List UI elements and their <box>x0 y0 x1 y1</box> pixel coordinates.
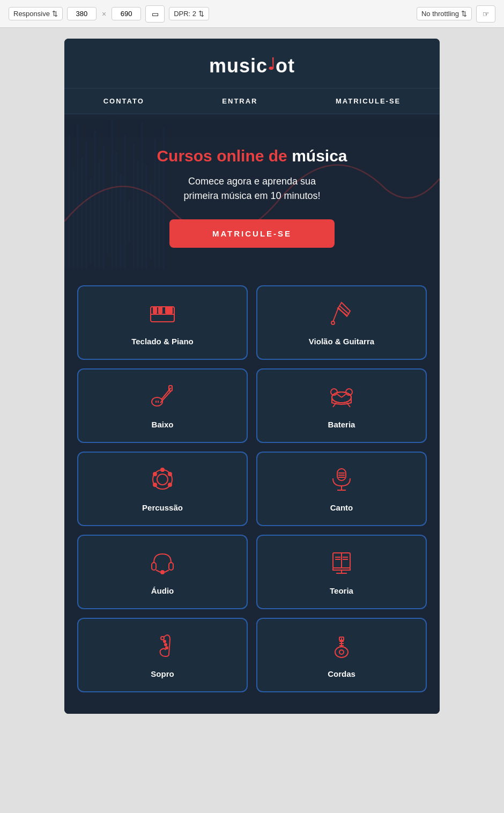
course-card-bateria[interactable]: Bateria <box>256 368 427 443</box>
course-name-baixo: Baixo <box>152 420 174 429</box>
course-card-teoria[interactable]: Teoria <box>256 535 427 609</box>
svg-rect-15 <box>129 200 130 243</box>
svg-point-54 <box>168 483 172 486</box>
courses-section: Teclado & Piano Violão & Guitarra <box>64 269 440 714</box>
course-card-canto[interactable]: Canto <box>256 452 427 526</box>
svg-point-76 <box>165 644 167 646</box>
svg-point-51 <box>161 468 164 471</box>
svg-line-36 <box>161 388 171 400</box>
course-card-cordas[interactable]: Cordas <box>256 618 427 692</box>
svg-point-75 <box>164 640 166 642</box>
course-card-percussao[interactable]: Percussão <box>77 452 248 526</box>
svg-line-31 <box>333 308 338 322</box>
dpr-dropdown[interactable]: DPR: 2 ⇅ <box>169 7 209 20</box>
svg-rect-1 <box>69 136 70 269</box>
svg-point-53 <box>153 472 157 476</box>
drums-icon <box>328 382 355 413</box>
keyboard-icon <box>149 299 176 330</box>
svg-rect-29 <box>169 307 172 313</box>
course-name-bateria: Bateria <box>328 420 355 429</box>
course-name-teoria: Teoria <box>330 586 353 595</box>
hero-title: Cursos online de música <box>86 146 418 166</box>
rotate-icon: ▭ <box>152 10 159 18</box>
courses-grid: Teclado & Piano Violão & Guitarra <box>77 285 427 692</box>
throttling-dropdown[interactable]: No throttling ⇅ <box>417 7 472 20</box>
svg-line-65 <box>156 570 160 572</box>
hero-title-white: música <box>292 147 347 165</box>
phone-frame: music♩ot CONTATO ENTRAR MATRICULE-SE <box>64 39 440 714</box>
course-name-teclado: Teclado & Piano <box>131 337 194 346</box>
site-nav: CONTATO ENTRAR MATRICULE-SE <box>64 88 440 114</box>
svg-rect-2 <box>73 168 74 269</box>
svg-rect-63 <box>169 563 173 570</box>
tambourine-icon <box>149 465 176 497</box>
touch-icon: ☞ <box>483 10 490 18</box>
nav-contato[interactable]: CONTATO <box>103 97 144 105</box>
course-card-audio[interactable]: Áudio <box>77 535 248 609</box>
responsive-label: Responsive <box>13 10 50 18</box>
course-name-sopro: Sopro <box>151 669 174 678</box>
chevron-updown-icon-throttle: ⇅ <box>461 10 467 18</box>
logo-note-icon: ♩ <box>268 55 276 73</box>
logo-music-text: music <box>209 55 268 77</box>
svg-point-55 <box>153 483 157 486</box>
svg-point-80 <box>335 647 348 657</box>
svg-line-37 <box>160 391 171 403</box>
svg-rect-62 <box>152 563 156 570</box>
chevron-updown-icon-dpr: ⇅ <box>198 10 204 18</box>
chevron-updown-icon: ⇅ <box>52 10 58 18</box>
svg-rect-4 <box>81 157 83 269</box>
hero-cta-button[interactable]: MATRICULE-SE <box>169 219 335 248</box>
height-input[interactable] <box>112 7 141 20</box>
svg-rect-12 <box>116 152 117 269</box>
hero-section: Cursos online de música Comece agora e a… <box>64 114 440 269</box>
guitar-icon <box>328 299 355 330</box>
svg-point-32 <box>331 321 335 324</box>
headphones-icon <box>149 549 176 580</box>
svg-rect-3 <box>77 125 78 269</box>
svg-rect-0 <box>64 146 65 269</box>
logo: music♩ot <box>209 55 295 77</box>
toolbar: Responsive ⇅ × ▭ DPR: 2 ⇅ No throttling … <box>0 0 504 28</box>
svg-point-50 <box>157 474 168 485</box>
hero-subtitle: Comece agora e aprenda suaprimeira músic… <box>86 174 418 203</box>
nav-entrar[interactable]: ENTRAR <box>222 97 257 105</box>
course-name-canto: Canto <box>330 503 353 512</box>
svg-rect-26 <box>153 307 157 313</box>
bass-icon <box>149 382 176 413</box>
dimension-separator: × <box>101 10 107 18</box>
svg-point-64 <box>161 571 164 574</box>
width-input[interactable] <box>67 7 97 20</box>
site-header: music♩ot <box>64 39 440 88</box>
course-card-sopro[interactable]: Sopro <box>77 618 248 692</box>
course-name-audio: Áudio <box>151 586 174 595</box>
course-name-percussao: Percussão <box>142 503 183 512</box>
rotate-button[interactable]: ▭ <box>145 5 165 23</box>
hero-title-red: Cursos online de <box>157 147 292 165</box>
ukulele-icon <box>328 632 355 663</box>
course-card-teclado[interactable]: Teclado & Piano <box>77 285 248 360</box>
svg-line-46 <box>342 394 346 397</box>
nav-matricule-se[interactable]: MATRICULE-SE <box>336 97 401 105</box>
course-card-baixo[interactable]: Baixo <box>77 368 248 443</box>
svg-point-77 <box>166 647 168 649</box>
course-name-violao: Violão & Guitarra <box>309 337 374 346</box>
svg-rect-27 <box>159 307 162 313</box>
throttling-label: No throttling <box>421 10 459 18</box>
svg-point-79 <box>161 637 164 640</box>
svg-rect-22 <box>159 154 160 269</box>
svg-line-45 <box>337 394 342 397</box>
responsive-dropdown[interactable]: Responsive ⇅ <box>9 7 63 20</box>
svg-point-81 <box>339 650 344 654</box>
microphone-icon <box>328 465 355 497</box>
book-icon <box>328 549 355 580</box>
svg-line-66 <box>165 570 169 572</box>
course-name-cordas: Cordas <box>328 669 355 678</box>
course-card-violao[interactable]: Violão & Guitarra <box>256 285 427 360</box>
dpr-label: DPR: 2 <box>174 10 196 18</box>
svg-point-52 <box>168 472 172 476</box>
saxophone-icon <box>149 632 176 663</box>
touch-icon-button[interactable]: ☞ <box>476 5 495 23</box>
logo-ot-text: ot <box>276 55 295 77</box>
